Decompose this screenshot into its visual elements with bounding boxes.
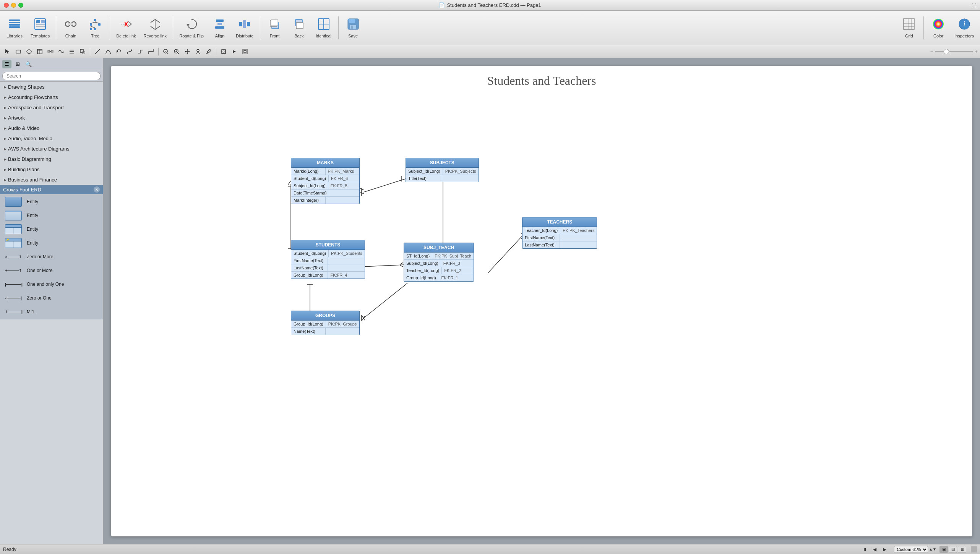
zoom-display: Custom 61% 50% 75% 100% 125% 150% ▲▼ [894,546,936,553]
sidebar-list-view-btn[interactable]: ☰ [2,60,11,68]
sidebar-grid-view-btn[interactable]: ⊞ [13,60,22,68]
inspectors-button[interactable]: i Inspectors [951,15,977,40]
minimize-button[interactable] [11,3,16,8]
sidebar-item-aerospace[interactable]: Aerospace and Transport [0,102,103,113]
zoom-slider[interactable] [935,51,973,52]
pause-button[interactable]: ⏸ [861,546,868,553]
page-view-multi[interactable]: ▦ [958,546,966,553]
diagram-canvas[interactable]: Students and Teachers [111,66,972,536]
chain-button[interactable]: Chain [59,15,82,40]
distribute-label: Distribute [236,34,253,38]
erd-table-subj-teach[interactable]: SUBJ_TEACH ST_Id(Long) PK:PK_Subj_Teach … [404,243,474,282]
smart-connect-tool[interactable] [56,47,67,57]
rotate-flip-label: Rotate & Flip [179,34,204,38]
shape-one-or-more[interactable]: + ⥘ One or More [0,264,103,277]
shape-one-and-only-one[interactable]: || || One and only One [0,277,103,291]
erd-table-groups[interactable]: GROUPS Group_Id(Long) PK:PK_Groups Name(… [291,311,360,335]
rotate-flip-button[interactable]: Rotate & Flip [176,15,207,40]
connect-tool[interactable] [45,47,56,57]
rect-tool[interactable] [13,47,24,57]
svg-rect-1 [9,22,20,23]
erd-table-groups-header: GROUPS [291,311,359,321]
main-toolbar: Libraries Templates Chain [0,11,980,45]
grid-snap-tool[interactable] [240,47,250,57]
shape-entity-split[interactable]: 🔑 Entity [0,236,103,250]
svg-line-101 [362,316,365,320]
sidebar-item-audio-video-media[interactable]: Audio, Video, Media [0,133,103,144]
close-button[interactable] [4,3,9,8]
bezier-tool[interactable] [124,47,135,57]
ellipse-tool[interactable] [24,47,34,57]
curve-tool[interactable] [103,47,114,57]
identical-button[interactable]: Identical [312,15,335,40]
shape-m1[interactable]: ⥘ || M:1 [0,305,103,319]
shape-entity-striped2[interactable]: Entity [0,222,103,236]
grid-button[interactable]: Grid [897,15,920,40]
multi-connect-tool[interactable] [67,47,77,57]
tree-button[interactable]: Tree [84,15,107,40]
templates-icon [33,17,47,33]
save-button[interactable]: Save [342,15,365,40]
person-tool[interactable] [193,47,203,57]
undo-tool[interactable] [114,47,124,57]
maximize-button[interactable] [18,3,23,8]
libraries-button[interactable]: Libraries [3,15,26,40]
connect-mode-tool[interactable] [229,47,240,57]
select-tool[interactable] [2,47,13,57]
erd-table-students[interactable]: STUDENTS Student_Id(Long) PK:PK_Students… [291,240,365,279]
shape-entity-stripe[interactable]: Entity [0,209,103,222]
sidebar-item-building[interactable]: Building Plans [0,164,103,175]
sidebar-item-aws[interactable]: AWS Architecture Diagrams [0,144,103,154]
shape-entity-plain[interactable]: Entity [0,195,103,209]
crows-foot-erd-header[interactable]: Crow's Foot ERD ✕ [0,185,103,194]
delete-link-button[interactable]: Delete link [113,15,139,40]
sidebar-item-basic[interactable]: Basic Diagramming [0,154,103,164]
sidebar-item-accounting[interactable]: Accounting Flowcharts [0,92,103,102]
zoom-in-icon[interactable]: + [975,49,978,55]
sidebar-item-business[interactable]: Business and Finance [0,175,103,185]
color-button[interactable]: Color [927,15,950,40]
canvas-area[interactable]: Students and Teachers [103,58,980,544]
sidebar-item-drawing-shapes[interactable]: Drawing Shapes [0,82,103,92]
align-button[interactable]: Align [208,15,231,40]
zoom-out-icon[interactable]: − [930,49,933,55]
zoom-stepper-icon[interactable]: ▲▼ [929,547,936,551]
fullscreen-button[interactable]: ⛶ [972,3,976,8]
sidebar-item-audio-video[interactable]: Audio & Video [0,123,103,133]
table-tool[interactable] [34,47,45,57]
reverse-link-button[interactable]: Reverse link [141,15,170,40]
zoom-scroll-tool[interactable] [161,47,171,57]
line-tool[interactable] [92,47,103,57]
prev-page-button[interactable]: ◀ [871,546,878,553]
align-icon [213,17,227,33]
erd-table-marks[interactable]: MARKS MarkId(Long) PK:PK_Marks Student_I… [291,158,360,204]
svg-line-24 [128,24,131,27]
sidebar-item-artwork[interactable]: Artwork [0,113,103,123]
svg-rect-80 [222,50,226,53]
fit-page-tool[interactable] [218,47,229,57]
shape-zero-or-more[interactable]: ○ ⥘ Zero or More [0,250,103,264]
sidebar-search-input[interactable] [2,72,101,80]
erd-table-teachers[interactable]: TEACHERS Teacher_Id(Long) PK:PK_Teachers… [522,217,597,249]
sidebar-search-btn[interactable]: 🔍 [24,60,33,68]
annotate-tool[interactable] [203,47,214,57]
ortho-tool[interactable] [135,47,146,57]
templates-button[interactable]: Templates [28,15,53,40]
resize-tool[interactable] [77,47,88,57]
page-view-double[interactable]: ▤ [949,546,957,553]
zoom-in-tool[interactable] [171,47,182,57]
next-page-button[interactable]: ▶ [881,546,888,553]
page-view-single[interactable]: ▣ [939,546,948,553]
connector-marks-subjects [363,179,406,192]
erd-table-subjects[interactable]: SUBJECTS Subject_Id(Long) PK:PK_Subjects… [406,158,479,182]
front-button[interactable]: Front [263,15,286,40]
erd-connector-lines [111,66,972,536]
shape-zero-or-one[interactable]: ○| | Zero or One [0,291,103,305]
crows-foot-erd-close[interactable]: ✕ [94,186,100,193]
zoom-select[interactable]: Custom 61% 50% 75% 100% 125% 150% [894,546,928,553]
back-button[interactable]: Back [288,15,311,40]
distribute-button[interactable]: Distribute [233,15,256,40]
reverse-link-label: Reverse link [144,34,167,38]
pan-tool[interactable] [182,47,193,57]
elbow-tool[interactable] [146,47,156,57]
